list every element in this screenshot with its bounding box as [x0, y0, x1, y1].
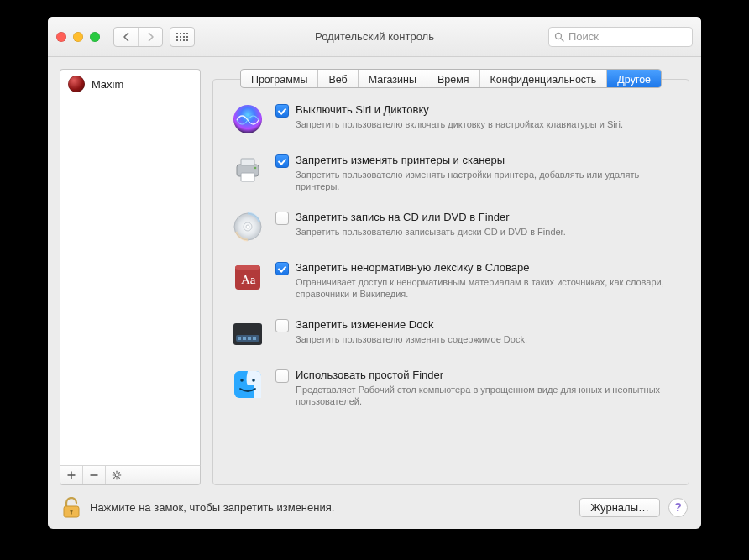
remove-user-button[interactable] — [83, 466, 106, 484]
search-field[interactable]: Поиск — [548, 27, 693, 47]
setting-label: Запретить изменять принтеры и сканеры — [296, 154, 670, 167]
svg-line-13 — [561, 39, 563, 41]
user-row[interactable]: Maxim — [60, 70, 200, 98]
svg-point-41 — [240, 379, 244, 382]
back-button[interactable] — [114, 28, 138, 46]
setting-label: Запретить ненормативную лексику в Словар… — [296, 261, 670, 275]
show-all-button[interactable] — [170, 27, 195, 47]
tab-stores[interactable]: Магазины — [359, 70, 427, 87]
checkbox-simple-finder[interactable] — [275, 369, 289, 383]
setting-desc: Запретить пользователю включать диктовку… — [296, 118, 670, 130]
checkbox-dictionary[interactable] — [275, 262, 289, 275]
siri-icon — [232, 103, 264, 135]
help-button[interactable]: ? — [668, 498, 688, 517]
svg-rect-10 — [183, 39, 185, 41]
setting-disc-burning: Запретить запись на CD или DVD в Finder … — [232, 211, 670, 243]
svg-rect-32 — [235, 265, 260, 270]
titlebar: Родительский контроль Поиск — [48, 17, 701, 57]
disc-icon — [232, 211, 264, 243]
tab-web[interactable]: Веб — [318, 70, 358, 87]
svg-rect-11 — [186, 39, 188, 41]
tab-privacy[interactable]: Конфиденциальность — [480, 70, 608, 87]
svg-rect-3 — [186, 33, 188, 34]
svg-line-21 — [118, 472, 119, 473]
svg-rect-6 — [183, 36, 185, 38]
svg-rect-38 — [248, 337, 251, 340]
checkbox-printers[interactable] — [275, 154, 289, 168]
logs-button[interactable]: Журналы… — [579, 498, 660, 517]
nav-back-forward — [113, 27, 163, 47]
svg-rect-39 — [253, 337, 256, 340]
setting-label: Использовать простой Finder — [296, 369, 670, 382]
svg-rect-9 — [180, 39, 181, 41]
tab-other[interactable]: Другое — [607, 70, 661, 87]
setting-simple-finder: Использовать простой Finder Представляет… — [232, 369, 670, 407]
lock-button[interactable] — [61, 495, 81, 519]
svg-line-19 — [113, 472, 114, 473]
svg-point-14 — [115, 474, 118, 477]
svg-rect-8 — [176, 39, 178, 41]
footer: Нажмите на замок, чтобы запретить измене… — [48, 485, 701, 529]
plus-icon — [67, 471, 76, 479]
avatar — [68, 76, 85, 92]
finder-icon — [232, 369, 264, 400]
main-area: Maxim — [48, 57, 701, 485]
dictionary-icon: Aa — [232, 261, 264, 293]
checkbox-siri[interactable] — [275, 104, 289, 118]
zoom-window-button[interactable] — [90, 32, 100, 42]
setting-label: Запретить запись на CD или DVD в Finder — [296, 211, 670, 224]
svg-rect-34 — [233, 323, 262, 345]
svg-rect-2 — [183, 33, 185, 34]
minimize-window-button[interactable] — [73, 32, 83, 42]
setting-dock: Запретить изменение Dock Запретить польз… — [232, 318, 670, 350]
user-name: Maxim — [92, 78, 123, 91]
add-user-button[interactable] — [60, 466, 83, 484]
svg-point-30 — [246, 225, 249, 228]
svg-line-22 — [113, 477, 114, 478]
dock-icon — [232, 318, 264, 350]
tab-apps[interactable]: Программы — [241, 70, 319, 87]
svg-rect-36 — [238, 337, 241, 340]
setting-desc: Представляет Рабочий стол компьютера в у… — [296, 384, 670, 407]
setting-dictionary: Aa Запретить ненормативную лексику в Сло… — [232, 261, 670, 300]
svg-rect-26 — [241, 173, 254, 181]
svg-point-27 — [254, 167, 257, 170]
user-list[interactable]: Maxim — [60, 69, 201, 465]
close-window-button[interactable] — [56, 32, 66, 42]
settings-list: Выключить Siri и Диктовку Запретить поль… — [213, 80, 689, 416]
svg-rect-4 — [176, 36, 178, 38]
sidebar: Maxim — [60, 69, 201, 485]
settings-panel: Выключить Siri и Диктовку Запретить поль… — [212, 79, 689, 485]
svg-rect-5 — [180, 36, 181, 38]
svg-point-42 — [252, 379, 255, 382]
setting-desc: Ограничивает доступ к ненормативным мате… — [296, 276, 670, 300]
checkbox-dock[interactable] — [275, 319, 289, 332]
setting-label: Выключить Siri и Диктовку — [296, 103, 670, 117]
setting-desc: Запретить пользователю изменять содержим… — [296, 333, 670, 345]
svg-rect-45 — [71, 511, 72, 515]
setting-desc: Запретить пользователю изменять настройк… — [296, 169, 670, 192]
search-placeholder: Поиск — [568, 30, 599, 43]
setting-printers: Запретить изменять принтеры и сканеры За… — [232, 154, 670, 192]
window-controls — [56, 32, 100, 42]
printer-icon — [232, 154, 264, 186]
lock-hint-text: Нажмите на замок, чтобы запретить измене… — [90, 501, 334, 514]
content-area: Программы Веб Магазины Время Конфиденциа… — [212, 69, 689, 485]
setting-desc: Запретить пользователю записывать диски … — [296, 226, 670, 238]
svg-rect-1 — [180, 33, 181, 34]
window-body: Maxim — [48, 57, 701, 529]
svg-line-20 — [118, 477, 119, 478]
svg-rect-7 — [186, 36, 188, 38]
minus-icon — [90, 471, 98, 479]
checkbox-disc-burning[interactable] — [275, 212, 289, 225]
search-icon — [554, 32, 564, 42]
svg-point-12 — [556, 33, 562, 39]
forward-button[interactable] — [138, 28, 162, 46]
tab-bar: Программы Веб Магазины Время Конфиденциа… — [240, 69, 662, 88]
svg-rect-37 — [243, 337, 246, 340]
gear-icon — [112, 470, 122, 480]
svg-rect-25 — [241, 159, 254, 165]
action-menu-button[interactable] — [106, 466, 128, 484]
tab-time[interactable]: Время — [427, 70, 480, 87]
svg-rect-0 — [176, 33, 178, 34]
